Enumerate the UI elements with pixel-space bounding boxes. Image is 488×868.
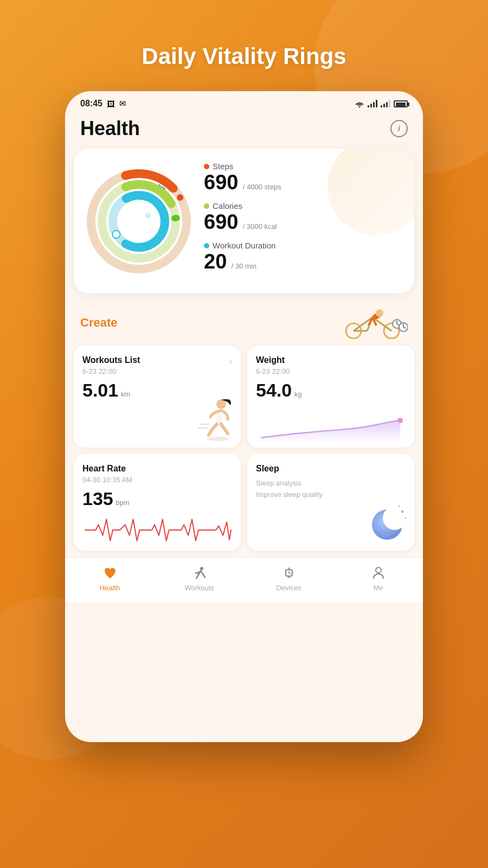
- calories-value: 690: [204, 210, 238, 233]
- heart-rate-date: 04-30 10:35 AM: [82, 476, 232, 484]
- svg-point-29: [216, 399, 226, 409]
- svg-point-36: [401, 510, 404, 513]
- workout-unit: / 30 min: [232, 262, 256, 270]
- calories-label: Calories: [213, 201, 242, 210]
- svg-text:⏱: ⏱: [144, 211, 153, 220]
- weight-chart: [256, 405, 406, 438]
- svg-point-37: [405, 518, 407, 519]
- svg-point-33: [397, 418, 403, 423]
- sleep-title: Sleep: [256, 464, 279, 474]
- workouts-card[interactable]: Workouts List › 6-23 22:00 5.01 km: [74, 346, 241, 448]
- weight-card[interactable]: Weight 6-23 22:00 54.0 kg: [247, 346, 414, 448]
- svg-point-35: [383, 506, 407, 530]
- svg-point-20: [376, 309, 383, 317]
- info-button[interactable]: i: [390, 120, 408, 137]
- bottom-nav: Health Workouts: [65, 557, 423, 603]
- workouts-title: Workouts List: [82, 355, 140, 365]
- status-bar: 08:45 🖼 ✉: [65, 91, 423, 113]
- me-nav-label: Me: [373, 584, 383, 592]
- runner-illustration: [190, 394, 239, 443]
- info-icon: i: [398, 124, 400, 133]
- me-nav-icon: [370, 564, 387, 582]
- steps-stat: Steps 690 / 4000 steps: [204, 162, 403, 193]
- workout-dot: [204, 243, 209, 248]
- wifi-icon: [355, 100, 364, 107]
- heart-rate-title: Heart Rate: [82, 464, 126, 474]
- calories-stat: Calories 690 / 3000 kcal: [204, 201, 403, 232]
- signal-bar-1: [368, 100, 377, 107]
- heart-rate-value: 135: [82, 488, 113, 509]
- svg-point-45: [288, 572, 290, 573]
- weight-title: Weight: [256, 355, 285, 365]
- workouts-date: 6-23 22:00: [82, 367, 232, 375]
- health-nav-label: Health: [100, 584, 120, 592]
- photo-icon: 🖼: [107, 99, 115, 108]
- weight-value: 54.0: [256, 380, 292, 400]
- app-header: Health i: [65, 113, 423, 149]
- weight-date: 6-23 22:00: [256, 367, 406, 375]
- workout-value: 20: [204, 250, 227, 273]
- nav-devices[interactable]: Devices: [244, 564, 333, 592]
- steps-value: 690: [204, 171, 238, 194]
- devices-nav-icon: [280, 564, 298, 582]
- sleep-subtitle: Sleep analysis Improve sleep quality: [256, 478, 406, 501]
- workout-label: Workout Duration: [213, 241, 275, 250]
- calories-dot: [204, 203, 209, 209]
- heart-rate-card[interactable]: Heart Rate 04-30 10:35 AM 135 bpm: [74, 454, 241, 551]
- status-icons: [355, 100, 408, 107]
- moon-icon: [367, 502, 410, 545]
- steps-dot: [204, 164, 209, 169]
- health-nav-icon: [101, 564, 119, 582]
- svg-point-38: [399, 506, 400, 507]
- battery-icon: [394, 100, 408, 107]
- app-title: Health: [80, 117, 140, 140]
- signal-bar-2: [381, 100, 390, 107]
- workouts-nav-icon: [191, 564, 208, 582]
- create-section: Create: [65, 302, 423, 346]
- ring-chart: 👟 ⏱: [85, 167, 193, 276]
- phone-frame: 08:45 🖼 ✉: [65, 91, 423, 742]
- create-label[interactable]: Create: [80, 316, 117, 330]
- sleep-card[interactable]: Sleep Sleep analysis Improve sleep quali…: [247, 454, 414, 551]
- nav-health[interactable]: Health: [65, 564, 155, 592]
- status-time: 08:45: [80, 99, 102, 108]
- cards-grid: Workouts List › 6-23 22:00 5.01 km: [65, 346, 423, 557]
- workout-stat: Workout Duration 20 / 30 min: [204, 241, 403, 272]
- workouts-unit: km: [121, 390, 130, 398]
- calories-unit: / 3000 kcal: [243, 222, 277, 231]
- nav-workouts[interactable]: Workouts: [155, 564, 244, 592]
- workouts-chevron: ›: [229, 356, 232, 366]
- svg-point-30: [207, 437, 229, 441]
- steps-label: Steps: [213, 162, 233, 171]
- cyclist-illustration: [337, 307, 408, 339]
- stats-panel: Steps 690 / 4000 steps Calories 690 / 30…: [204, 162, 403, 280]
- svg-point-46: [376, 567, 381, 573]
- ecg-chart: [82, 514, 232, 541]
- heart-rate-unit: bpm: [115, 499, 129, 507]
- weight-unit: kg: [294, 390, 302, 398]
- svg-point-39: [200, 567, 203, 570]
- workouts-nav-label: Workouts: [184, 584, 214, 592]
- vitality-rings-card: 👟 ⏱ Steps: [74, 149, 414, 293]
- devices-nav-label: Devices: [276, 584, 301, 592]
- mail-icon: ✉: [119, 99, 126, 108]
- svg-point-0: [359, 106, 361, 108]
- nav-me[interactable]: Me: [333, 564, 423, 592]
- workouts-value: 5.01: [82, 380, 118, 400]
- steps-unit: / 4000 steps: [243, 183, 281, 191]
